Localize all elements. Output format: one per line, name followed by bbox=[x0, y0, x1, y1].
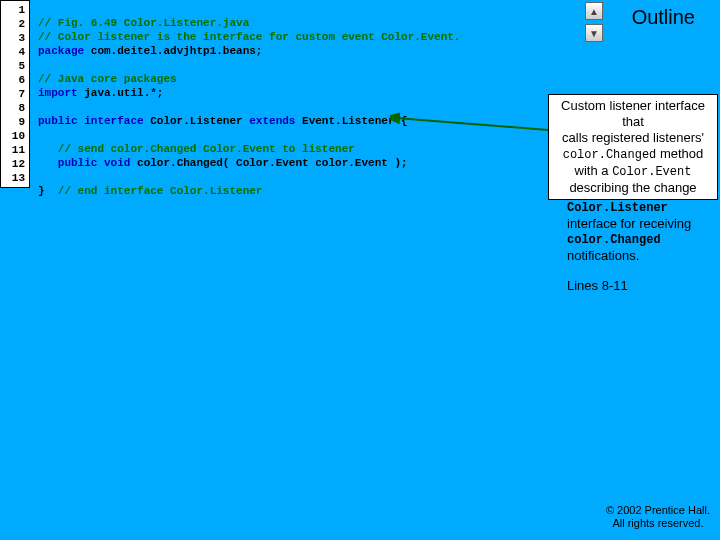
line-num: 12 bbox=[3, 157, 27, 171]
code-keyword: public interface bbox=[38, 115, 150, 127]
line-num: 10 bbox=[3, 129, 27, 143]
outline-title: Outline bbox=[632, 6, 695, 29]
prev-slide-button[interactable]: ▲ bbox=[585, 2, 603, 20]
line-num: 6 bbox=[3, 73, 27, 87]
line-num: 2 bbox=[3, 17, 27, 31]
code-text: color.Changed( Color.Event color.Event )… bbox=[137, 157, 408, 169]
code-line: // Color listener is the interface for c… bbox=[38, 31, 460, 43]
code-text: java.util.*; bbox=[84, 87, 163, 99]
caption-mono: Color.Listener bbox=[567, 200, 720, 216]
code-keyword: extends bbox=[249, 115, 302, 127]
code-line: // Fig. 6.49 Color.Listener.java bbox=[38, 17, 249, 29]
caption-text: interface for receiving bbox=[567, 216, 720, 232]
code-keyword: public void bbox=[38, 157, 137, 169]
lines-reference: Lines 8-11 bbox=[567, 278, 628, 293]
line-num: 8 bbox=[3, 101, 27, 115]
line-num: 5 bbox=[3, 59, 27, 73]
footer-line: © 2002 Prentice Hall. bbox=[606, 504, 710, 517]
footer-line: All rights reserved. bbox=[606, 517, 710, 530]
callout-text: describing the change bbox=[553, 180, 713, 196]
next-slide-button[interactable]: ▼ bbox=[585, 24, 603, 42]
line-num: 11 bbox=[3, 143, 27, 157]
code-keyword: import bbox=[38, 87, 84, 99]
line-num: 7 bbox=[3, 87, 27, 101]
code-keyword: package bbox=[38, 45, 91, 57]
copyright-footer: © 2002 Prentice Hall. All rights reserve… bbox=[606, 504, 710, 530]
code-text: com.deitel.advjhtp1.beans; bbox=[91, 45, 263, 57]
callout-mono: color.Changed bbox=[563, 148, 657, 162]
callout-text: calls registered listeners' bbox=[553, 130, 713, 146]
callout-mono: Color.Event bbox=[612, 165, 691, 179]
callout-text: Custom listener interface that bbox=[553, 98, 713, 130]
line-num: 4 bbox=[3, 45, 27, 59]
code-line: // send color.Changed Color.Event to lis… bbox=[38, 143, 355, 155]
caption-mono: color.Changed bbox=[567, 232, 720, 248]
code-text: } bbox=[38, 185, 58, 197]
up-triangle-icon: ▲ bbox=[589, 6, 599, 17]
line-num: 3 bbox=[3, 31, 27, 45]
down-triangle-icon: ▼ bbox=[589, 28, 599, 39]
line-num: 13 bbox=[3, 171, 27, 185]
code-text: Color.Listener bbox=[150, 115, 249, 127]
line-num: 9 bbox=[3, 115, 27, 129]
svg-line-0 bbox=[396, 118, 548, 130]
code-line: // end interface Color.Listener bbox=[58, 185, 263, 197]
code-line: // Java core packages bbox=[38, 73, 177, 85]
outline-nav-buttons: ▲ ▼ bbox=[585, 2, 605, 46]
callout-text: with a Color.Event bbox=[553, 163, 713, 180]
line-num: 1 bbox=[3, 3, 27, 17]
callout-arrow bbox=[390, 100, 555, 145]
caption-text: notifications. bbox=[567, 248, 720, 264]
callout-text: color.Changed method bbox=[553, 146, 713, 163]
line-number-gutter: 1 2 3 4 5 6 7 8 9 10 11 12 13 bbox=[0, 0, 30, 188]
callout-box: Custom listener interface that calls reg… bbox=[548, 94, 718, 200]
